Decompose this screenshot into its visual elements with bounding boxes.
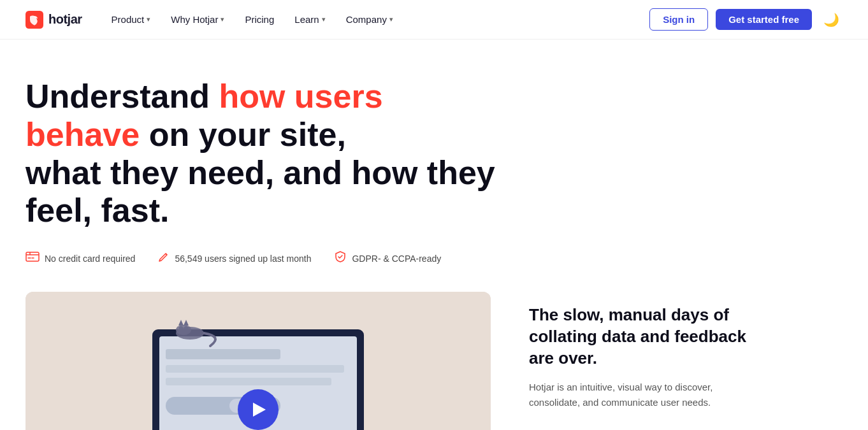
nav-item-learn[interactable]: Learn ▾ [286,9,334,30]
dark-mode-toggle[interactable]: 🌙 [820,8,843,31]
hero-body: The slow, manual days of collating data … [25,292,843,430]
badge-no-credit-card: No credit card required [25,252,135,265]
svg-point-18 [179,326,183,330]
nav-right: Sign in Get started free 🌙 [649,8,843,31]
logo-icon [25,11,43,29]
nav-links: Product ▾ Why Hotjar ▾ Pricing Learn ▾ C… [103,9,402,30]
credit-card-icon [25,252,40,265]
chevron-down-icon: ▾ [322,15,326,24]
hero-badges: No credit card required 56,549 users sig… [25,250,843,266]
hero-headline: Understand how users behave on your site… [25,78,503,230]
logo-text: hotjar [48,12,82,27]
nav-left: hotjar Product ▾ Why Hotjar ▾ Pricing Le… [25,9,402,30]
badge-gdpr: GDPR- & CCPA-ready [334,250,441,266]
nav-item-why-hotjar[interactable]: Why Hotjar ▾ [162,9,233,30]
pencil-icon [158,251,170,266]
hero-section: Understand how users behave on your site… [0,39,868,430]
chevron-down-icon: ▾ [389,15,393,24]
right-panel-heading: The slow, manual days of collating data … [529,305,758,369]
navbar: hotjar Product ▾ Why Hotjar ▾ Pricing Le… [0,0,868,39]
shield-check-icon [334,250,347,266]
nav-item-company[interactable]: Company ▾ [337,9,402,30]
logo[interactable]: hotjar [25,11,82,29]
right-panel-body: Hotjar is an intuitive, visual way to di… [529,380,758,410]
chevron-down-icon: ▾ [147,15,150,24]
nav-item-product[interactable]: Product ▾ [103,9,160,30]
badge-signups: 56,549 users signed up last month [158,251,311,266]
signin-button[interactable]: Sign in [649,8,708,31]
svg-rect-1 [26,252,39,261]
svg-rect-11 [166,378,331,385]
video-container [25,292,491,430]
play-button[interactable] [238,389,278,430]
nav-item-pricing[interactable]: Pricing [236,9,283,30]
getstarted-button[interactable]: Get started free [716,9,812,30]
svg-rect-10 [166,365,344,373]
right-panel: The slow, manual days of collating data … [529,292,843,430]
svg-point-19 [184,326,188,330]
svg-rect-9 [166,349,280,359]
chevron-down-icon: ▾ [221,15,224,24]
svg-point-17 [176,325,191,335]
